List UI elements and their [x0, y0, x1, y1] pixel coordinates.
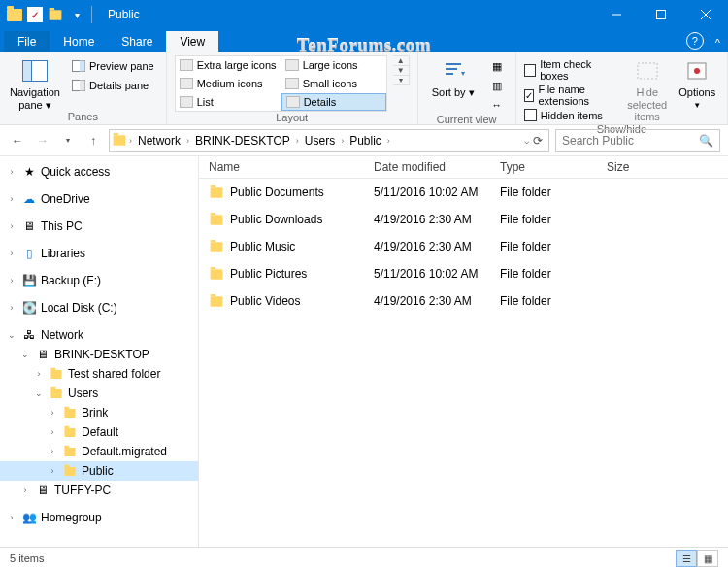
cloud-icon: ☁ — [21, 191, 37, 207]
tree-user-default[interactable]: ›Default — [0, 422, 198, 442]
layout-medium[interactable]: Medium icons — [176, 75, 281, 92]
options-button[interactable]: Options▼ — [675, 55, 719, 110]
tree-user-defaultm[interactable]: ›Default.migrated — [0, 442, 198, 461]
column-headers[interactable]: Name Date modified Type Size — [199, 156, 728, 179]
tab-file[interactable]: File — [4, 31, 50, 52]
tree-tuffy-pc[interactable]: ›🖥TUFFY-PC — [0, 481, 198, 500]
file-size — [597, 270, 675, 278]
help-icon[interactable]: ? — [686, 32, 704, 50]
file-name: Public Pictures — [230, 267, 307, 281]
size-columns-button[interactable]: ↔ — [486, 96, 508, 114]
file-name: Public Documents — [230, 185, 324, 199]
chevron-right-icon[interactable]: › — [129, 136, 132, 146]
file-row[interactable]: Public Videos4/19/2016 2:30 AMFile folde… — [199, 287, 728, 315]
forward-button[interactable]: → — [33, 131, 52, 151]
hide-selected-button[interactable]: Hide selected items — [625, 55, 670, 123]
tree-libraries[interactable]: ›▯Libraries — [0, 244, 198, 263]
col-size[interactable]: Size — [597, 156, 675, 178]
address-bar[interactable]: › Network › BRINK-DESKTOP › Users › Publ… — [109, 129, 549, 152]
details-pane-button[interactable]: Details pane — [68, 77, 158, 94]
tree-onedrive[interactable]: ›☁OneDrive — [0, 189, 198, 209]
chevron-right-icon[interactable]: › — [186, 136, 189, 146]
options-icon — [683, 57, 711, 84]
tree-homegroup[interactable]: ›👥Homegroup — [0, 508, 198, 527]
tree-users[interactable]: ⌄Users — [0, 384, 198, 403]
folder-icon — [62, 424, 78, 440]
crumb-computer[interactable]: BRINK-DESKTOP — [191, 134, 294, 148]
layout-list[interactable]: List — [176, 93, 281, 111]
qat-customize-icon[interactable]: ▾ — [68, 6, 85, 23]
item-check-boxes-toggle[interactable]: Item check boxes — [524, 57, 619, 83]
back-button[interactable]: ← — [8, 131, 27, 151]
hidden-items-toggle[interactable]: Hidden items — [524, 108, 619, 122]
collapse-ribbon-icon[interactable]: ^ — [715, 37, 720, 49]
layout-details[interactable]: Details — [281, 93, 386, 111]
col-type[interactable]: Type — [490, 156, 597, 178]
status-bar: 5 items ☰ ▦ — [0, 547, 728, 569]
file-row[interactable]: Public Pictures5/11/2016 10:02 AMFile fo… — [199, 260, 728, 287]
maximize-button[interactable] — [639, 0, 683, 29]
navigation-pane-button[interactable]: Navigation pane ▾ — [8, 55, 62, 111]
layout-extralarge[interactable]: Extra large icons — [176, 56, 281, 74]
qat-newfolder-icon[interactable] — [47, 6, 64, 23]
preview-pane-button[interactable]: Preview pane — [68, 57, 158, 75]
computer-icon: 🖥 — [35, 347, 50, 362]
svg-rect-9 — [80, 81, 85, 91]
columns-icon: ▥ — [490, 79, 504, 92]
qat-properties-icon[interactable]: ✓ — [27, 7, 43, 22]
drive-icon: 💽 — [21, 300, 37, 316]
tree-brink-desktop[interactable]: ⌄🖥BRINK-DESKTOP — [0, 345, 198, 364]
file-name-extensions-toggle[interactable]: ✓File name extensions — [524, 83, 619, 108]
minimize-button[interactable] — [594, 0, 639, 29]
tree-network[interactable]: ⌄🖧Network — [0, 325, 198, 345]
close-button[interactable] — [683, 0, 728, 29]
pc-icon: 🖥 — [21, 218, 37, 234]
file-name: Public Videos — [230, 294, 301, 308]
file-list[interactable]: Name Date modified Type Size Public Docu… — [199, 156, 728, 547]
up-button[interactable]: ↑ — [83, 131, 103, 151]
recent-locations-button[interactable]: ▾ — [58, 131, 78, 151]
crumb-public[interactable]: Public — [346, 134, 385, 148]
view-details-button[interactable]: ☰ — [676, 550, 697, 567]
layout-gallery-scroll[interactable]: ▲▼▾ — [393, 55, 410, 85]
navigation-tree[interactable]: ›★Quick access ›☁OneDrive ›🖥This PC ›▯Li… — [0, 156, 199, 547]
svg-rect-14 — [638, 63, 657, 79]
file-size — [597, 297, 675, 305]
crumb-users[interactable]: Users — [301, 134, 339, 148]
tree-quick-access[interactable]: ›★Quick access — [0, 162, 198, 182]
tab-share[interactable]: Share — [108, 31, 166, 52]
add-columns-button[interactable]: ▥ — [486, 77, 508, 94]
group-by-button[interactable]: ▦ — [486, 57, 508, 75]
crumb-network[interactable]: Network — [134, 134, 184, 148]
folder-icon — [209, 184, 224, 200]
tab-view[interactable]: View — [166, 31, 218, 52]
layout-gallery[interactable]: Extra large icons Large icons Medium ico… — [175, 55, 387, 112]
folder-icon — [6, 6, 23, 23]
address-dropdown-icon[interactable]: ⌵ — [524, 136, 529, 146]
file-row[interactable]: Public Downloads4/19/2016 2:30 AMFile fo… — [199, 206, 728, 233]
tree-backup[interactable]: ›💾Backup (F:) — [0, 271, 198, 290]
refresh-icon[interactable]: ⟳ — [533, 134, 543, 148]
chevron-right-icon[interactable]: › — [296, 136, 299, 146]
tree-local-c[interactable]: ›💽Local Disk (C:) — [0, 298, 198, 318]
chevron-right-icon[interactable]: › — [341, 136, 344, 146]
chevron-right-icon[interactable]: › — [387, 136, 390, 146]
layout-large[interactable]: Large icons — [281, 56, 386, 74]
col-name[interactable]: Name — [199, 156, 364, 178]
tab-home[interactable]: Home — [50, 31, 108, 52]
search-box[interactable]: Search Public 🔍 — [555, 129, 720, 152]
sort-by-button[interactable]: Sort by ▾ — [426, 55, 480, 99]
tree-user-public[interactable]: ›Public — [0, 461, 198, 481]
col-date[interactable]: Date modified — [364, 156, 490, 178]
file-name: Public Downloads — [230, 213, 322, 226]
layout-small[interactable]: Small icons — [281, 75, 386, 92]
tree-test-shared[interactable]: ›Test shared folder — [0, 364, 198, 384]
tree-user-brink[interactable]: ›Brink — [0, 403, 198, 422]
view-thumbnails-button[interactable]: ▦ — [697, 550, 718, 567]
tree-this-pc[interactable]: ›🖥This PC — [0, 217, 198, 236]
file-type: File folder — [490, 182, 597, 203]
file-row[interactable]: Public Music4/19/2016 2:30 AMFile folder — [199, 233, 728, 260]
star-icon: ★ — [21, 164, 37, 180]
file-row[interactable]: Public Documents5/11/2016 10:02 AMFile f… — [199, 179, 728, 206]
details-pane-icon — [72, 79, 85, 92]
